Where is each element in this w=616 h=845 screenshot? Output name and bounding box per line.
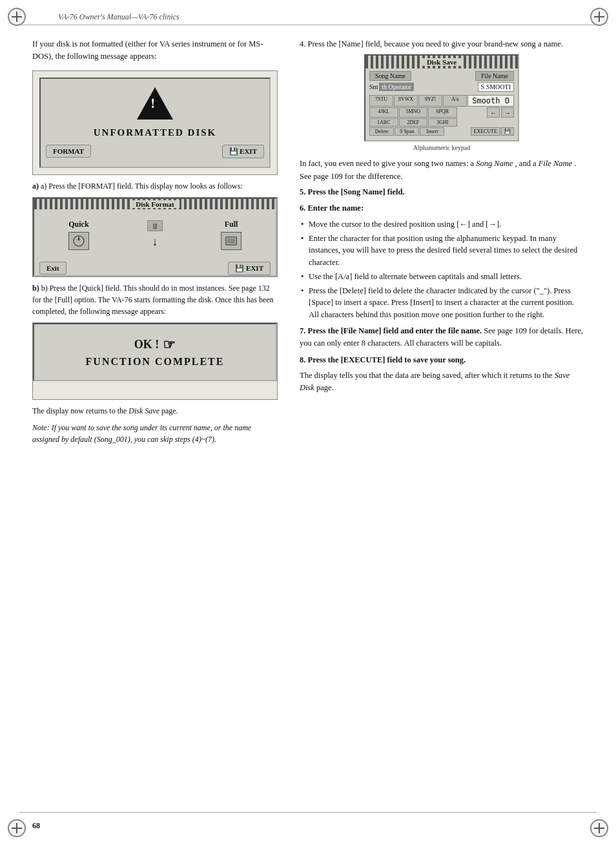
bullet-3-text: Use the [A/a] field to alternate between… [309, 272, 522, 281]
step8-cont: The display tells you that the data are … [300, 371, 553, 380]
note-text: Note: If you want to save the song under… [32, 422, 278, 445]
ok-text: OK ! [134, 338, 159, 351]
caption-c-text: The display now returns to the [32, 406, 127, 415]
corner-decoration-bl [5, 817, 28, 840]
keyboard-bottom-row: Delete 0 Span Insert EXECUTE 💾 [369, 127, 514, 136]
key-1abc[interactable]: 1ABC [369, 118, 398, 127]
file-name-italic: File Name [539, 159, 572, 168]
format-button-label: FORMAT [53, 147, 84, 155]
quick-option: Quick [68, 220, 89, 250]
disk-format-options: Quick ||| ↓ Full [34, 214, 276, 255]
spacer [487, 118, 514, 127]
step6-label: 6. Enter the name: [300, 203, 364, 213]
song-name-field: Sm th Operator [369, 83, 414, 91]
save-icon: 💾 [504, 129, 511, 134]
left-arrow-button[interactable]: ← [487, 107, 500, 118]
right-text-content: In fact, you even need to give your song… [300, 158, 584, 214]
key-9yz[interactable]: 9YZ! [418, 95, 442, 107]
key-4jkl[interactable]: 4JKL [369, 107, 398, 118]
disk-save-name-row: Sm th Operator S SMOOTI [365, 82, 518, 94]
exit-button-3[interactable]: 💾 EXIT [228, 262, 271, 275]
down-arrow-icon: ↓ [152, 235, 158, 249]
key-aa[interactable]: A/a [443, 95, 467, 107]
quick-label: Quick [68, 220, 88, 229]
keyboard-row-1: 7STU 8VWX 9YZ! A/a Smooth O [369, 95, 514, 107]
bullet-4-text: Press the [Delete] field to delete the c… [309, 286, 574, 320]
full-icon [221, 232, 241, 250]
step5-label: 5. Press the [Song Name] field. [300, 187, 405, 196]
corner-decoration-tr [588, 5, 611, 28]
function-complete-text: FUNCTION COMPLETE [86, 356, 225, 368]
key-0span[interactable]: 0 Span [395, 127, 419, 136]
keyboard-row-3: 1ABC 2DEF 3GHI [369, 118, 514, 127]
disk-format-screen: Disk Format Quick ||| ↓ [32, 197, 278, 277]
key-5mno[interactable]: 5MNO [399, 107, 428, 118]
bullet-1: Move the cursor to the desired position … [300, 218, 584, 231]
execute-button[interactable]: EXECUTE [471, 127, 500, 136]
page-header: VA-76 Owner's Manual—VA-76 clinics [19, 0, 597, 25]
caption-c-italic: Disk Save [128, 406, 159, 415]
exit-button-label-3: EXIT [246, 264, 263, 272]
bullet-1-text: Move the cursor to the desired position … [309, 220, 501, 229]
page-number: 68 [32, 821, 40, 831]
fact-text2: , and a [515, 159, 537, 168]
caption-b-bold: b) [32, 284, 39, 293]
bullet-4: Press the [Delete] field to delete the c… [300, 285, 584, 321]
name-value: th Operator [379, 83, 414, 91]
key-2def[interactable]: 2DEF [399, 118, 428, 127]
disk-format-content: Disk Format Quick ||| ↓ [33, 198, 277, 276]
step8-cont2: page. [316, 383, 334, 392]
function-complete-content: OK ! ☞ FUNCTION COMPLETE [33, 323, 277, 381]
function-complete-screen: OK ! ☞ FUNCTION COMPLETE [32, 322, 278, 400]
center-controls: ||| ↓ [147, 220, 163, 249]
hand-icon: ☞ [163, 337, 176, 353]
main-content: If your disk is not formatted (either fo… [0, 25, 616, 458]
smooth-display: Smooth O [467, 95, 514, 107]
file-name-value: S SMOOTI [478, 82, 514, 92]
key-6pqr[interactable]: 6PQR [428, 107, 457, 118]
disk-save-title-bar: Disk Save [365, 56, 518, 68]
key-empty-2 [458, 118, 487, 127]
step4-head: 4. Press the [Name] field, because you n… [300, 38, 584, 50]
disk-save-screen: Disk Save Song Name File Name Sm th Oper… [364, 54, 519, 141]
disk-format-title: Disk Format [130, 200, 180, 208]
key-8vwx[interactable]: 8VWX [394, 95, 418, 107]
header-text: VA-76 Owner's Manual—VA-76 clinics [58, 12, 180, 21]
format-button[interactable]: FORMAT [46, 145, 91, 158]
key-delete[interactable]: Delete [369, 127, 394, 136]
step8-label: 8. Press the [EXECUTE] field to save you… [300, 355, 466, 364]
step8-text: 8. Press the [EXECUTE] field to save you… [300, 354, 584, 395]
key-3ghi[interactable]: 3GHI [428, 118, 457, 127]
quick-icon [68, 232, 89, 250]
full-option: Full [221, 220, 241, 250]
save-button-small[interactable]: 💾 [501, 127, 514, 136]
corner-decoration-br [588, 817, 611, 840]
corner-decoration-tl [5, 5, 28, 28]
right-column: 4. Press the [Name] field, because you n… [293, 38, 584, 445]
exit-button-label-1: EXIT [240, 147, 257, 155]
caption-b-text: b) Press the [Quick] field. This should … [32, 284, 274, 316]
keyboard-row-2: 4JKL 5MNO 6PQR ← → [369, 107, 514, 118]
disk-icon-2: 💾 [235, 264, 244, 273]
unformatted-disk-screen: UNFORMATTED DISK FORMAT 💾 EXIT [32, 70, 278, 175]
name-prefix: Sm [369, 83, 378, 90]
disk-format-buttons: Exit 💾 EXIT [34, 262, 276, 275]
alphanumeric-label: Alphanumeric keypad [300, 144, 584, 151]
warning-triangle-icon [137, 87, 173, 120]
key-insert[interactable]: Insert [420, 127, 444, 136]
bottom-line [19, 812, 597, 813]
right-arrow-button[interactable]: → [501, 107, 514, 118]
exit-button-1[interactable]: 💾 EXIT [222, 145, 264, 158]
disk-format-title-bar: Disk Format [34, 199, 276, 209]
caption-c-text2: page. [161, 406, 178, 415]
disk-icon: 💾 [229, 147, 238, 156]
step7-label: 7. Press the [File Name] field and enter… [300, 326, 482, 335]
key-7stu[interactable]: 7STU [369, 95, 393, 107]
ok-row: OK ! ☞ [134, 337, 176, 353]
fact-text: In fact, you even need to give your song… [300, 159, 474, 168]
exit-button-2[interactable]: Exit [39, 262, 67, 275]
caption-b: b) b) Press the [Quick] field. This shou… [32, 282, 278, 317]
song-name-italic: Song Name [476, 159, 513, 168]
disk-save-screen-container: Disk Save Song Name File Name Sm th Oper… [300, 54, 584, 151]
step5-text: 5. Press the [Song Name] field. [300, 186, 584, 198]
